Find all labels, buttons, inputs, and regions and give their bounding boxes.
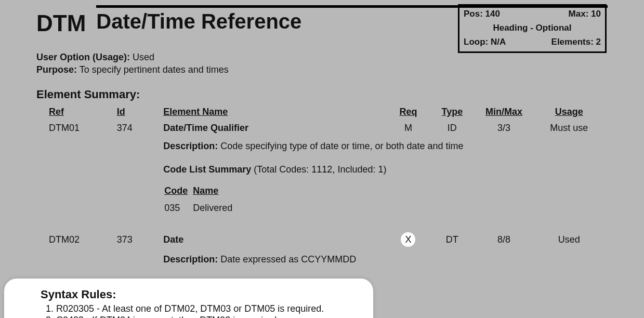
- loop-label: Loop: N/A: [464, 35, 506, 49]
- pos-label: Pos: 140: [464, 7, 500, 21]
- syntax-item: R020305 - At least one of DTM02, DTM03 o…: [56, 303, 363, 314]
- purpose-value: To specify pertinent dates and times: [80, 64, 229, 75]
- cell-type: ID: [431, 121, 478, 139]
- col-id: Id: [117, 104, 164, 121]
- syntax-rules-card: Syntax Rules: R020305 - At least one of …: [4, 279, 373, 318]
- desc-label: Description:: [163, 254, 218, 264]
- usage-label: User Option (Usage):: [36, 52, 130, 62]
- code-value: 035: [164, 201, 192, 219]
- element-summary-heading: Element Summary:: [36, 88, 608, 101]
- cell-minmax: 3/3: [478, 121, 535, 139]
- col-name: Element Name: [163, 104, 390, 121]
- heading-optional: Heading - Optional: [493, 21, 571, 35]
- syntax-item: C0403 - If DTM04 is present, then DTM03 …: [56, 315, 363, 318]
- cell-usage: Must use: [535, 121, 608, 139]
- table-row-desc: Description: Date expressed as CCYYMMDD: [36, 252, 608, 270]
- codelist-label: Code List Summary: [163, 164, 251, 175]
- position-box: Pos: 140 Max: 10 Heading - Optional Loop…: [458, 4, 607, 53]
- table-row-codelist: Code Name 035 Delivered: [36, 180, 608, 225]
- code-head: Code: [164, 183, 192, 200]
- cell-id: 373: [117, 225, 164, 252]
- cell-ref: DTM02: [36, 225, 117, 252]
- segment-id: DTM: [36, 5, 96, 36]
- col-req: Req: [390, 104, 431, 121]
- col-usage: Usage: [535, 104, 608, 121]
- element-table: Ref Id Element Name Req Type Min/Max Usa…: [36, 104, 608, 270]
- cell-minmax: 8/8: [478, 225, 535, 252]
- usage-value: Used: [133, 52, 154, 62]
- table-row: DTM02 373 Date X DT 8/8 Used: [36, 225, 608, 252]
- col-type: Type: [431, 104, 478, 121]
- syntax-list: R020305 - At least one of DTM02, DTM03 o…: [56, 303, 363, 318]
- max-label: Max: 10: [569, 7, 601, 21]
- name-head: Name: [193, 183, 236, 200]
- cell-id: 374: [117, 121, 164, 139]
- col-ref: Ref: [36, 104, 117, 121]
- table-row-desc: Description: Code specifying type of dat…: [36, 139, 608, 157]
- cell-name: Date: [163, 225, 390, 252]
- elements-label: Elements: 2: [551, 35, 601, 49]
- cell-req: X: [390, 225, 431, 252]
- desc-label: Description:: [163, 141, 218, 151]
- code-name: Delivered: [193, 201, 236, 219]
- cell-usage: Used: [535, 225, 608, 252]
- code-row: 035 Delivered: [164, 201, 236, 219]
- meta-block: User Option (Usage): Used Purpose: To sp…: [36, 52, 608, 75]
- req-circle-icon: X: [401, 232, 415, 247]
- cell-req: M: [390, 121, 431, 139]
- syntax-title: Syntax Rules:: [41, 288, 363, 301]
- purpose-label: Purpose:: [36, 64, 77, 75]
- col-minmax: Min/Max: [478, 104, 535, 121]
- desc-text: Date expressed as CCYYMMDD: [220, 254, 356, 264]
- codelist-info: (Total Codes: 1112, Included: 1): [254, 164, 386, 175]
- cell-name: Date/Time Qualifier: [163, 121, 390, 139]
- document-page: DTM Date/Time Reference Pos: 140 Max: 10…: [0, 0, 644, 318]
- table-row: DTM01 374 Date/Time Qualifier M ID 3/3 M…: [36, 121, 608, 139]
- cell-type: DT: [431, 225, 478, 252]
- desc-text: Code specifying type of date or time, or…: [220, 141, 463, 151]
- code-list-table: Code Name 035 Delivered: [163, 182, 238, 220]
- cell-ref: DTM01: [36, 121, 117, 139]
- table-row-codelist-head: Code List Summary (Total Codes: 1112, In…: [36, 157, 608, 180]
